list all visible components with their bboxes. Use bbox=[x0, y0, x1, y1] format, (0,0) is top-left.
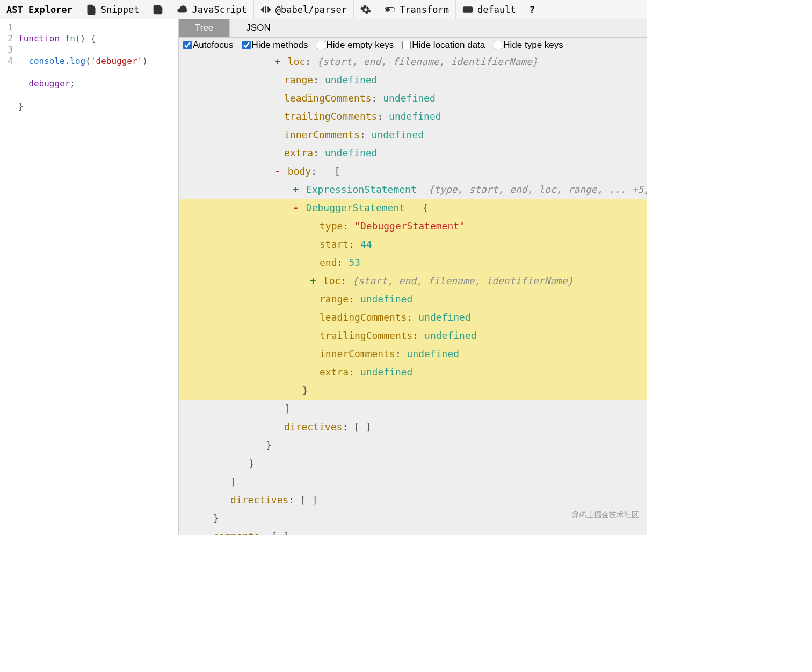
svg-point-3 bbox=[386, 8, 389, 11]
line-num: 1 bbox=[0, 21, 13, 33]
transform-label: Transform bbox=[400, 4, 449, 15]
help-button[interactable]: ? bbox=[523, 0, 541, 19]
parser-settings-button[interactable] bbox=[354, 0, 378, 19]
tree-options: Autofocus Hide methods Hide empty keys H… bbox=[179, 38, 647, 53]
code-file-icon bbox=[86, 4, 97, 15]
keymap-menu[interactable]: default bbox=[456, 0, 523, 19]
transform-toggle[interactable]: Transform bbox=[378, 0, 456, 19]
gear-icon bbox=[360, 4, 371, 15]
hide-methods-checkbox[interactable] bbox=[242, 41, 251, 49]
svg-rect-4 bbox=[463, 7, 473, 12]
code-editor[interactable]: 1 2 3 4 function fn() { console.log('deb… bbox=[0, 19, 179, 535]
app-title[interactable]: AST Explorer bbox=[0, 0, 79, 19]
snippet-menu[interactable]: Snippet bbox=[79, 0, 147, 19]
watermark: @稀土掘金技术社区 bbox=[571, 510, 639, 520]
app-title-text: AST Explorer bbox=[6, 4, 73, 15]
expand-icon[interactable]: + bbox=[273, 53, 282, 71]
collapse-icon[interactable]: - bbox=[292, 199, 300, 217]
expand-icon[interactable]: + bbox=[292, 180, 300, 199]
code-content: function fn() { console.log('debugger') … bbox=[16, 19, 148, 535]
tab-tree[interactable]: Tree bbox=[179, 19, 230, 37]
opt-autofocus[interactable]: Autofocus bbox=[183, 40, 234, 50]
ast-tree[interactable]: + loc: {start, end, filename, identifier… bbox=[179, 53, 647, 535]
hide-type-checkbox[interactable] bbox=[494, 41, 502, 49]
hide-location-checkbox[interactable] bbox=[402, 41, 411, 49]
node-expression-statement[interactable]: ExpressionStatement bbox=[306, 184, 417, 195]
highlighted-node[interactable]: - DebuggerStatement { bbox=[179, 199, 647, 217]
language-label: JavaScript bbox=[192, 4, 247, 15]
snippet-label: Snippet bbox=[101, 4, 140, 15]
opt-hide-location[interactable]: Hide location data bbox=[402, 40, 485, 50]
cloud-icon: ∞ bbox=[177, 4, 187, 15]
collapse-icon[interactable]: - bbox=[273, 162, 282, 180]
node-debugger-statement[interactable]: DebuggerStatement bbox=[306, 202, 405, 213]
line-gutter: 1 2 3 4 bbox=[0, 19, 16, 535]
save-icon bbox=[153, 4, 163, 15]
line-num: 3 bbox=[0, 44, 13, 55]
output-tabs: Tree JSON bbox=[179, 19, 647, 38]
top-toolbar: AST Explorer Snippet ∞ JavaScript @babel… bbox=[0, 0, 647, 19]
parser-menu[interactable]: @babel/parser bbox=[254, 0, 354, 19]
language-menu[interactable]: ∞ JavaScript bbox=[170, 0, 253, 19]
opt-hide-empty[interactable]: Hide empty keys bbox=[317, 40, 394, 50]
opt-hide-methods[interactable]: Hide methods bbox=[242, 40, 308, 50]
line-num: 4 bbox=[0, 55, 13, 67]
code-icon bbox=[260, 4, 271, 15]
opt-hide-type[interactable]: Hide type keys bbox=[494, 40, 563, 50]
line-num: 2 bbox=[0, 33, 13, 44]
save-button[interactable] bbox=[146, 0, 170, 19]
output-pane: Tree JSON Autofocus Hide methods Hide em… bbox=[179, 19, 647, 535]
hide-empty-checkbox[interactable] bbox=[317, 41, 325, 49]
tab-json[interactable]: JSON bbox=[230, 19, 287, 37]
help-label: ? bbox=[530, 4, 535, 15]
autofocus-checkbox[interactable] bbox=[183, 41, 192, 49]
expand-icon[interactable]: + bbox=[309, 272, 317, 290]
toggle-icon bbox=[385, 4, 395, 15]
svg-text:∞: ∞ bbox=[180, 8, 183, 11]
keyboard-icon bbox=[462, 4, 473, 15]
keymap-label: default bbox=[477, 4, 516, 15]
parser-label: @babel/parser bbox=[276, 4, 347, 15]
